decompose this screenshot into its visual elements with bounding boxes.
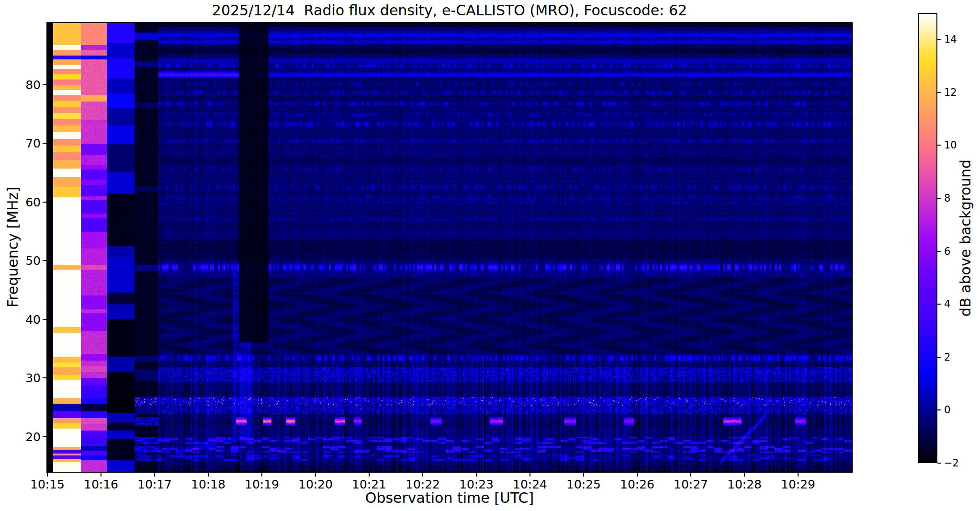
x-tick-label: 10:25 [566,477,601,491]
colorbar-tick-mark [937,92,941,93]
x-tick-mark [422,473,423,477]
colorbar-tick-mark [937,198,941,199]
colorbar-tick-mark [937,39,941,40]
x-tick-mark [47,473,48,477]
colorbar-tick-label: 4 [944,298,950,310]
y-tick-label: 50 [12,254,41,268]
x-tick-mark [261,473,262,477]
x-tick-mark [476,473,477,477]
y-tick-mark [43,260,46,261]
x-tick-label: 10:27 [674,477,708,491]
y-tick-label: 30 [12,371,41,385]
x-tick-mark [369,473,370,477]
x-tick-mark [583,473,584,477]
x-axis-label: Observation time [UTC] [365,489,534,506]
x-tick-label: 10:28 [727,477,762,491]
colorbar-tick-label: 12 [944,87,957,98]
y-tick-mark [43,143,46,144]
colorbar-tick-mark [937,463,941,464]
x-tick-label: 10:22 [406,477,440,491]
y-tick-mark [43,377,46,378]
y-tick-mark [43,202,46,203]
x-tick-mark [798,473,799,477]
x-tick-label: 10:29 [781,477,815,491]
colorbar-tick-label: 0 [944,404,950,416]
x-tick-label: 10:20 [298,477,333,491]
colorbar-tick-mark [937,251,941,252]
x-tick-label: 10:23 [459,477,494,491]
y-tick-label: 70 [12,136,41,150]
x-tick-mark [529,473,530,477]
y-tick-label: 20 [12,430,41,443]
y-tick-label: 40 [12,312,41,326]
colorbar-tick-label: 6 [944,246,950,257]
colorbar [918,13,937,463]
x-tick-mark [637,473,638,477]
colorbar-tick-label: 8 [944,193,950,204]
y-tick-label: 60 [12,195,41,209]
x-tick-label: 10:21 [352,477,386,491]
y-tick-label: 80 [12,78,41,91]
colorbar-label: dB above background [957,159,974,317]
x-tick-label: 10:15 [30,477,65,491]
x-tick-mark [690,473,691,477]
x-tick-mark [101,473,101,477]
colorbar-tick-label: 14 [944,34,957,45]
x-tick-label: 10:24 [513,477,547,491]
colorbar-tick-label: 2 [944,352,950,363]
x-tick-label: 10:17 [137,477,172,491]
y-tick-mark [43,436,46,437]
chart-title: 2025/12/14 Radio flux density, e-CALLIST… [212,2,687,19]
x-tick-mark [154,473,155,477]
colorbar-tick-label: −2 [944,457,959,469]
y-tick-mark [43,84,46,85]
x-tick-label: 10:19 [245,477,279,491]
colorbar-tick-mark [937,145,941,146]
x-tick-mark [208,473,209,477]
x-tick-label: 10:16 [84,477,118,491]
x-tick-mark [744,473,745,477]
spectrogram-heatmap [47,23,852,472]
y-tick-mark [43,319,46,320]
x-tick-label: 10:26 [620,477,654,491]
colorbar-tick-label: 10 [944,139,957,151]
x-tick-mark [315,473,316,477]
x-tick-label: 10:18 [191,477,225,491]
spectrogram-figure: 2025/12/14 Radio flux density, e-CALLIST… [0,0,980,511]
colorbar-tick-mark [937,357,941,358]
plot-area-frame [46,22,853,473]
colorbar-tick-mark [937,304,941,305]
colorbar-tick-mark [937,409,941,410]
